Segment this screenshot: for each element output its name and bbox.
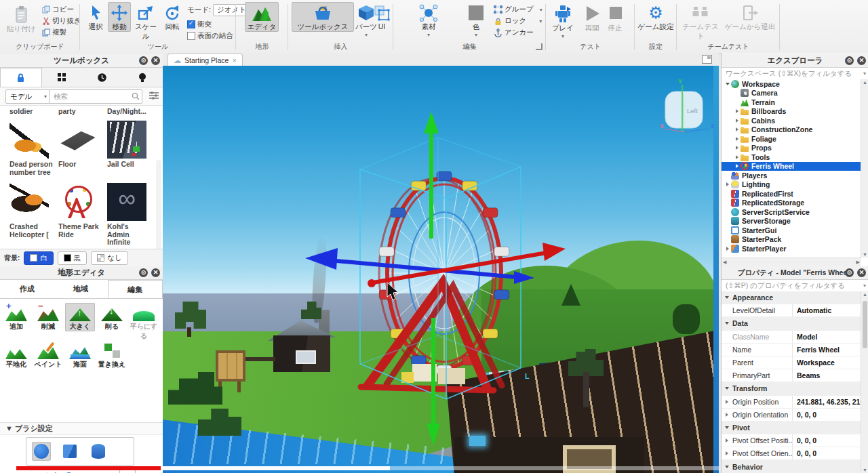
tree-item-serverstorage[interactable]: ServerStorage xyxy=(722,217,861,226)
toolbox-model-item[interactable]: Dead person number tree xyxy=(9,121,54,176)
toolbox-model-item[interactable]: Kohl's Admin Infinite xyxy=(107,183,152,247)
properties-vscrollbar[interactable]: ▲ ▼ xyxy=(861,291,868,473)
property-section-appearance[interactable]: Appearance xyxy=(722,291,861,304)
property-value[interactable]: Ferris Wheel xyxy=(792,344,861,356)
terrain-tool-level[interactable]: 平地化 xyxy=(1,341,31,369)
scroll-down-icon[interactable]: ▼ xyxy=(861,252,868,257)
stop-button[interactable]: 停止 xyxy=(604,2,626,33)
lock-button[interactable]: ロック ▾ xyxy=(494,16,542,26)
resume-button[interactable]: 再開 xyxy=(581,2,603,33)
play-button[interactable]: プレイ ▾ xyxy=(550,2,576,39)
panel-options-icon[interactable]: ⊙ xyxy=(139,56,148,65)
property-value[interactable]: 0, 0, 0 xyxy=(792,409,861,421)
scroll-right-icon[interactable]: ▶ xyxy=(856,260,860,265)
tree-item-tools[interactable]: Tools xyxy=(722,152,861,162)
tree-chevron-icon[interactable] xyxy=(734,127,740,131)
brush-cylinder-button[interactable] xyxy=(89,442,108,461)
toolbox-model-item[interactable]: Crashed Helicopter [ xyxy=(9,183,54,239)
tree-item-starterpack[interactable]: StarterPack xyxy=(722,235,861,245)
property-value[interactable]: Automatic xyxy=(792,304,861,316)
search-input[interactable]: 検索 xyxy=(49,89,142,104)
explorer-vscrollbar[interactable]: ▲ ▼ xyxy=(861,79,868,258)
tab-create[interactable]: 作成 xyxy=(0,280,54,298)
terrain-tool-add[interactable]: 追加 xyxy=(1,303,31,331)
toolbox-model-item[interactable]: Theme Park Ride xyxy=(58,183,103,239)
tree-chevron-icon[interactable] xyxy=(724,247,730,251)
tree-item-props[interactable]: Props xyxy=(722,144,861,153)
toolbox-button[interactable]: ツールボックス xyxy=(292,2,354,32)
tree-item-serverscriptservice[interactable]: ServerScriptService xyxy=(722,207,861,217)
property-row-parent[interactable]: ParentWorkspace xyxy=(722,356,861,369)
select-tool-button[interactable]: 選択 xyxy=(84,2,107,32)
properties-grid[interactable]: AppearanceLevelOfDetailAutomaticDataClas… xyxy=(722,291,861,473)
move-tool-button[interactable]: 移動 xyxy=(108,2,131,32)
panel-close-icon[interactable]: ✕ xyxy=(857,268,866,277)
property-value[interactable]: 0, 0, 0 xyxy=(792,434,861,447)
toolbox-tab-marketplace[interactable] xyxy=(42,68,83,87)
tree-chevron-icon[interactable] xyxy=(734,155,740,159)
tree-item-billboards[interactable]: Billboards xyxy=(722,107,861,117)
panel-close-icon[interactable]: ✕ xyxy=(151,268,160,277)
toolbox-model-list[interactable]: soldierpartyDay/Night...Dead person numb… xyxy=(0,106,163,249)
panel-options-icon[interactable]: ⊙ xyxy=(845,268,854,277)
category-dropdown[interactable]: モデル ▾ xyxy=(5,89,50,104)
background-black-button[interactable]: 黒 xyxy=(58,251,87,265)
property-value[interactable]: Model xyxy=(792,331,861,343)
ui-button[interactable]: UI xyxy=(372,2,392,30)
tree-item-replicatedfirst[interactable]: ReplicatedFirst xyxy=(722,189,861,199)
game-settings-button[interactable]: ⚙ ゲーム設定 xyxy=(636,2,675,32)
property-section-data[interactable]: Data xyxy=(722,317,861,330)
explorer-hscrollbar[interactable]: ◀ ▶ xyxy=(722,258,861,266)
collisions-checkbox[interactable]: 衝突 xyxy=(187,20,212,29)
background-white-button[interactable]: 白 xyxy=(24,251,54,265)
property-row-classname[interactable]: ClassNameModel xyxy=(722,331,861,344)
terrain-tool-sub[interactable]: 削減 xyxy=(33,303,63,331)
tree-item-lighting[interactable]: Lighting xyxy=(722,180,861,190)
rotate-tool-button[interactable]: 回転 xyxy=(161,2,184,32)
tree-chevron-icon[interactable] xyxy=(724,83,730,85)
filter-icon[interactable] xyxy=(149,91,159,100)
property-value[interactable]: 0, 0, 0 xyxy=(792,447,861,459)
terrain-tool-grow[interactable]: 大きく xyxy=(65,303,95,331)
tree-item-terrain[interactable]: Terrain xyxy=(722,98,861,107)
brush-sphere-button[interactable] xyxy=(32,442,51,461)
copy-button[interactable]: コピー xyxy=(42,5,74,14)
panel-close-icon[interactable]: ✕ xyxy=(151,56,160,65)
tree-item-foliage[interactable]: Foliage xyxy=(722,134,861,144)
tree-chevron-icon[interactable] xyxy=(734,109,740,113)
panel-close-icon[interactable]: ✕ xyxy=(857,56,866,65)
color-button[interactable]: 色 ▾ xyxy=(467,2,486,38)
property-value[interactable]: 241.881, 46.235, 216.... xyxy=(792,396,861,408)
property-value[interactable]: Beams xyxy=(792,369,861,382)
group-button[interactable]: グループ ▾ xyxy=(494,5,542,14)
toolbox-model-item[interactable]: Jail Cell xyxy=(107,121,152,169)
tree-item-camera[interactable]: Camera xyxy=(722,89,861,98)
scale-tool-button[interactable]: スケール xyxy=(132,2,160,41)
terrain-editor-button[interactable]: エディタ xyxy=(245,2,279,32)
tab-edit[interactable]: 編集 xyxy=(108,280,163,298)
tree-chevron-icon[interactable] xyxy=(734,137,740,141)
property-row-pivot-offset-positi-[interactable]: Pivot Offset Positi...0, 0, 0 xyxy=(722,434,861,447)
tree-item-cabins[interactable]: Cabins xyxy=(722,116,861,125)
scroll-up-icon[interactable]: ▲ xyxy=(861,292,868,297)
material-button[interactable]: 素材 ▾ xyxy=(414,2,443,38)
terrain-tool-erode[interactable]: 削る xyxy=(97,303,127,331)
terrain-tool-sea[interactable]: 海面 xyxy=(65,341,95,369)
toolbox-tab-recent[interactable] xyxy=(82,68,123,87)
scroll-thumb[interactable] xyxy=(863,301,867,348)
tree-chevron-icon[interactable] xyxy=(734,146,740,150)
viewport-3d-scene[interactable]: L Left Y xyxy=(163,66,719,473)
background-none-button[interactable]: なし xyxy=(91,251,128,265)
tree-item-constructionzone[interactable]: ConstructionZone xyxy=(722,125,861,135)
tab-starting-place[interactable]: ☁ Starting Place × xyxy=(167,54,243,66)
toolbox-tab-inventory[interactable] xyxy=(0,68,42,87)
tree-item-starterplayer[interactable]: StarterPlayer xyxy=(722,244,861,253)
tree-item-players[interactable]: Players xyxy=(722,171,861,180)
tree-item-replicatedstorage[interactable]: ReplicatedStorage xyxy=(722,199,861,208)
properties-filter-input[interactable]: (⇧⌘P) のプロパティをフィルタする ▾ xyxy=(722,280,868,292)
toolbox-tab-creations[interactable] xyxy=(123,68,163,87)
brush-cube-button[interactable] xyxy=(60,442,79,461)
join-surfaces-checkbox[interactable]: 表面の結合 xyxy=(187,31,233,41)
panel-options-icon[interactable]: ⊙ xyxy=(845,56,854,65)
paste-button[interactable]: 貼り付け xyxy=(4,3,38,34)
